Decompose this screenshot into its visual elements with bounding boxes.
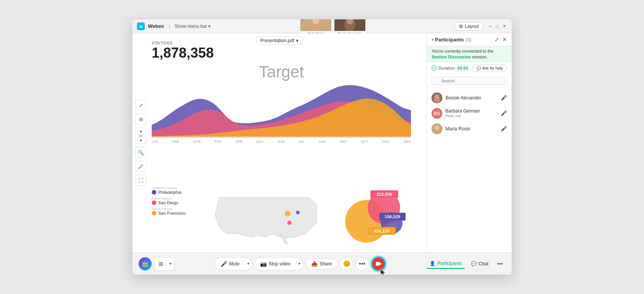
participants-title: Participants <box>435 37 464 43</box>
layout-icon: ⊞ <box>459 24 463 29</box>
tool-up-icon[interactable]: ▲ <box>139 129 143 133</box>
chat-tab-btn[interactable]: 💬 Chat <box>468 259 492 268</box>
ask-for-help-button[interactable]: 💬 Ask for help <box>472 65 507 72</box>
search-wrap: 🔍 <box>431 77 508 85</box>
video-icon: 📷 <box>260 261 267 267</box>
mute-caret[interactable]: ▾ <box>245 257 252 270</box>
more-options-button[interactable]: ••• <box>356 257 369 270</box>
stop-video-button[interactable]: 📷 Stop video <box>254 257 296 270</box>
maria-avatar <box>300 19 331 31</box>
panel-title-chevron: ▾ <box>432 38 433 42</box>
video-layout-caret[interactable]: ▾ <box>167 257 174 270</box>
panel-title-text: ▾ Participants (3) <box>432 37 471 43</box>
main-content: ⤢ ⊞ ▲ 03 ▼ 🔍 🔎 ⛶ Presentation.pdf ▾ VIS <box>132 33 512 252</box>
barbara-mic-panel: 🎤 <box>501 110 507 116</box>
tool-grid[interactable]: ⊞ <box>135 114 146 125</box>
duration-clock-icon: ⏱ <box>432 65 437 71</box>
panel-close-btn[interactable]: ✕ <box>502 36 507 43</box>
participants-tab-btn[interactable]: 👤 Participants <box>426 259 465 269</box>
emoji-button[interactable]: 😊 <box>340 257 353 270</box>
svg-point-23 <box>435 94 439 99</box>
svg-text:313,059: 313,059 <box>377 192 392 197</box>
ai-assistant-btn[interactable]: 🤖 <box>139 257 152 270</box>
toolbar-center: 🎤 Mute ▾ 📷 Stop video ▾ 📤 Share 😊 ••• <box>177 256 423 271</box>
minimize-button[interactable]: ─ <box>488 24 493 29</box>
mute-label: Mute <box>229 261 240 267</box>
ask-help-icon: 💬 <box>476 66 481 70</box>
search-input[interactable] <box>431 77 508 85</box>
ask-help-label: Ask for help <box>482 66 503 70</box>
barbara-role-panel: Host, me <box>445 114 498 118</box>
connection-msg: You're currently connected to the <box>432 49 493 53</box>
webex-logo: W <box>137 22 145 30</box>
svg-text:W: W <box>139 25 143 29</box>
area-chart: JANFEBMARFEBAPRMAYJUNJULAUGSEPOCTNOVDEC <box>152 83 411 185</box>
filename-caret: ▾ <box>296 38 298 43</box>
maria-mic-icon: 🎤 <box>301 19 305 21</box>
slide-tools: ⤢ ⊞ ▲ 03 ▼ 🔍 🔎 ⛶ <box>135 100 146 186</box>
svg-point-11 <box>296 211 300 214</box>
toolbar-left: 🤖 ⊞ ▾ <box>139 257 174 270</box>
svg-point-10 <box>287 220 291 225</box>
svg-point-26 <box>435 125 439 130</box>
search-bar: 🔍 <box>427 74 512 88</box>
maximize-button[interactable]: □ <box>495 24 500 29</box>
tool-down-icon[interactable]: ▼ <box>139 138 143 143</box>
share-button[interactable]: 📤 Share <box>305 258 338 269</box>
tool-zoom-in[interactable]: 🔍 <box>135 147 146 158</box>
map-legend: PENNSYLVANIA Philadelphia CALIFORNIA San… <box>152 186 198 244</box>
leave-session-button[interactable] <box>371 256 386 271</box>
bessie-avatar-panel <box>432 92 442 103</box>
mute-icon: 🎤 <box>221 261 227 267</box>
barbara-info: Barbara German Host, me <box>445 108 498 118</box>
panel-header: ▾ Participants (3) ⤢ ✕ <box>427 33 512 46</box>
participants-panel: ▾ Participants (3) ⤢ ✕ You're currently … <box>426 33 512 252</box>
show-menu-bar-btn[interactable]: Show menu bar ▾ <box>175 24 211 29</box>
legend-dot-sandiego <box>152 200 156 205</box>
page-num: 03 <box>139 134 143 138</box>
share-label: Share <box>320 261 332 267</box>
slide-bottom: PENNSYLVANIA Philadelphia CALIFORNIA San… <box>152 186 411 244</box>
panel-options-btn[interactable]: ••• <box>495 258 505 269</box>
maria-mic-panel: 🎤 <box>501 126 507 132</box>
participants-count: (3) <box>465 37 471 43</box>
visitors-count: 1,878,358 <box>152 45 411 61</box>
chat-tab-label: Chat <box>479 261 488 267</box>
app-title: Webex <box>148 23 164 29</box>
maria-avatar-panel <box>432 123 442 134</box>
svg-text:626,119: 626,119 <box>374 229 389 233</box>
video-layout-btn[interactable]: ⊞ <box>154 257 167 270</box>
participants-tab-icon: 👤 <box>430 261 435 266</box>
bessie-name-panel: Bessie Alexander <box>445 95 498 101</box>
panel-expand-btn[interactable]: ⤢ <box>495 36 499 43</box>
tool-fullscreen[interactable]: ⛶ <box>135 175 146 186</box>
connection-banner: You're currently connected to the Sectio… <box>427 46 512 63</box>
leave-session-line <box>378 274 379 275</box>
maria-name-panel: Maria Rossi <box>445 126 498 132</box>
legend-pennsylvania: PENNSYLVANIA Philadelphia <box>152 186 198 195</box>
duration-bar: ⏱ Duration: 03:01 💬 Ask for help <box>427 63 512 74</box>
presentation-area: ⤢ ⊞ ▲ 03 ▼ 🔍 🔎 ⛶ Presentation.pdf ▾ VIS <box>132 33 426 252</box>
tool-cursor[interactable]: ⤢ <box>135 100 146 111</box>
list-item: BG Barbara German Host, me 🎤 <box>427 106 512 121</box>
presentation-filename[interactable]: Presentation.pdf ▾ <box>256 36 303 45</box>
svg-text:156,529: 156,529 <box>385 214 400 219</box>
video-caret[interactable]: ▾ <box>296 257 303 270</box>
close-button[interactable]: ✕ <box>502 24 507 29</box>
video-group: 📷 Stop video ▾ <box>254 257 303 270</box>
bessie-info: Bessie Alexander <box>445 95 498 101</box>
duration-text: Duration: <box>438 66 456 70</box>
list-item: Bessie Alexander 🎤 <box>427 90 512 106</box>
title-bar-right: ⊞ Layout ─ □ ✕ <box>455 22 507 31</box>
layout-button[interactable]: ⊞ Layout <box>455 22 483 31</box>
duration-value: 03:01 <box>457 66 468 70</box>
legend-california-1: CALIFORNIA San Diego <box>152 197 198 205</box>
mute-button[interactable]: 🎤 Mute <box>215 257 245 270</box>
bessie-avatar <box>334 19 365 31</box>
cursor-arrow <box>379 268 388 275</box>
tool-zoom-out[interactable]: 🔎 <box>135 161 146 172</box>
participants-list: Bessie Alexander 🎤 BG Barbara German Hos… <box>427 88 512 252</box>
mute-group: 🎤 Mute ▾ <box>215 257 252 270</box>
stop-video-label: Stop video <box>269 261 291 267</box>
layout-label: Layout <box>465 24 479 29</box>
